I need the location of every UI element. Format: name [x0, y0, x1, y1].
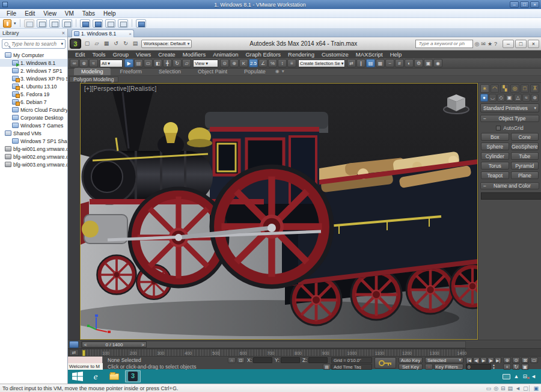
vm-tree-item[interactable]: Windows 7 Games	[0, 121, 67, 129]
zoom-icon[interactable]: ⊕	[503, 357, 511, 363]
max-menu-item[interactable]: Graph Editors	[242, 51, 284, 58]
primitive-category-dropdown[interactable]: Standard Primitives ▾	[480, 103, 539, 112]
select-and-rotate-icon[interactable]: ↻	[173, 59, 182, 67]
max-menu-item[interactable]: Edit	[72, 51, 88, 58]
select-object-icon[interactable]: ▶	[124, 59, 133, 67]
zoom-all-icon[interactable]: ⊙	[512, 357, 520, 363]
time-slider-track[interactable]: < 0 / 1400 >	[81, 341, 466, 348]
primitive-button[interactable]: Torus	[481, 162, 509, 170]
start-button[interactable]	[70, 370, 85, 382]
motion-tab-icon[interactable]: ◎	[510, 84, 519, 93]
vm-tab-close-icon[interactable]: ×	[127, 31, 132, 37]
display-tab-icon[interactable]: □	[521, 84, 530, 93]
set-key-button[interactable]: Set Key	[399, 364, 423, 370]
library-close-icon[interactable]: ×	[62, 30, 65, 36]
create-tab-icon[interactable]: ∗	[480, 84, 489, 93]
vm-tree-item[interactable]: 6. Debian 7	[0, 98, 67, 106]
modify-tab-icon[interactable]: ◠	[491, 84, 500, 93]
primitive-button[interactable]: Teapot	[481, 171, 509, 179]
help-icon[interactable]: ?	[494, 41, 497, 47]
systems-icon[interactable]: ⊛	[531, 94, 539, 102]
primitive-button[interactable]: Cone	[511, 133, 539, 141]
utilities-tab-icon[interactable]: ⊼	[530, 84, 539, 93]
go-to-start-button[interactable]: |◀	[466, 357, 472, 363]
maxscript-listener[interactable]: Welcome to M	[68, 363, 103, 370]
mini-curve-editor-button[interactable]: ⇄	[69, 349, 79, 356]
vm-tree-item[interactable]: 1. Windows 8.1	[0, 59, 67, 67]
viewcube[interactable]	[441, 91, 471, 116]
show-console-button[interactable]	[136, 19, 146, 28]
geometry-icon[interactable]: ●	[480, 94, 488, 102]
keyboard-override-icon[interactable]: K	[239, 59, 248, 67]
ribbon-toggle-icon[interactable]: ▦	[376, 59, 385, 67]
max-application-button[interactable]: 3	[70, 38, 81, 49]
save-file-icon[interactable]: ▦	[102, 40, 111, 47]
previous-frame-button[interactable]: ◀|	[473, 357, 480, 363]
library-search[interactable]: ▾	[2, 39, 66, 49]
primitive-button[interactable]: Pyramid	[511, 162, 539, 170]
window-crossing-icon[interactable]: ◧	[153, 59, 162, 67]
display-icon[interactable]: ▢	[523, 385, 528, 391]
infocenter-search-input[interactable]	[418, 40, 466, 47]
vm-tree-item[interactable]: Corporate Desktop	[0, 114, 67, 121]
infocenter-search-icon[interactable]: ◎	[475, 41, 480, 47]
x-coordinate-field[interactable]	[253, 357, 272, 363]
ribbon-tab[interactable]: Object Paint	[191, 68, 234, 75]
vm-tree-item[interactable]: bfg-wi002.eng.vmware.com	[0, 153, 67, 161]
max-close-button[interactable]: ×	[528, 40, 539, 48]
set-keys-button[interactable]	[374, 357, 396, 369]
orbit-icon[interactable]: ↻	[512, 364, 520, 370]
selection-set-name-dropdown[interactable]: Selected ▾	[425, 357, 463, 363]
vm-tree-item[interactable]: bfg-wi003.eng.vmware.com	[0, 161, 67, 168]
selection-lock-icon[interactable]: ∩	[228, 357, 236, 363]
next-frame-button[interactable]: |▶	[488, 357, 494, 363]
redo-icon[interactable]: ↻	[121, 40, 130, 47]
object-name-field[interactable]	[481, 192, 541, 200]
next-frame-arrow[interactable]: >	[141, 342, 144, 348]
helpers-icon[interactable]: △	[514, 94, 522, 102]
power-dropdown-icon[interactable]: ▾	[14, 21, 16, 26]
vm-tree-item[interactable]: 4. Ubuntu 13.10	[0, 82, 67, 90]
select-and-scale-icon[interactable]: ▱	[182, 59, 191, 67]
network-status-icon[interactable]: ⊟×	[523, 373, 528, 379]
communication-center-icon[interactable]: ✉	[481, 41, 486, 47]
max-menu-item[interactable]: Animation	[209, 51, 242, 58]
taskbar-explorer-icon[interactable]	[106, 370, 122, 382]
shapes-icon[interactable]: ◡	[489, 94, 497, 102]
zoom-region-icon[interactable]: ▭	[530, 357, 538, 363]
auto-key-button[interactable]: Auto Key	[399, 357, 423, 363]
sound-icon[interactable]: ◄	[515, 385, 521, 391]
vm-tree-item[interactable]: 5. Fedora 19	[0, 90, 67, 98]
ribbon-config-icon[interactable]: ◉	[275, 68, 280, 75]
max-menu-item[interactable]: Rendering	[284, 51, 318, 58]
console-view-button[interactable]	[93, 19, 103, 28]
use-pivot-center-icon[interactable]: ⊙	[220, 59, 229, 67]
harddisk-icon[interactable]: ▭	[486, 385, 492, 391]
vm-tree-item[interactable]: Shared VMs	[0, 129, 67, 137]
spacewarps-icon[interactable]: ≈	[522, 94, 530, 102]
vm-tree-item[interactable]: Micro Cloud Foundry	[0, 106, 67, 114]
vm-tree-item[interactable]: Windows 7 SP1 Shared	[0, 137, 67, 145]
cameras-icon[interactable]: ▣	[506, 94, 513, 102]
snapshot-revert-button[interactable]	[49, 19, 60, 28]
polygon-modeling-panel[interactable]: Polygon Modeling	[69, 76, 118, 82]
unlink-selection-icon[interactable]: ⊗	[79, 59, 88, 67]
perspective-viewport[interactable]: [+][Perspective][Realistic]	[80, 83, 478, 340]
minimize-button[interactable]: –	[510, 1, 519, 8]
lights-icon[interactable]: ◇	[497, 94, 505, 102]
close-button[interactable]: ×	[530, 1, 539, 8]
select-by-name-icon[interactable]: ▤	[134, 59, 143, 67]
max-menu-item[interactable]: Tools	[88, 51, 109, 58]
ribbon-config-dropdown-icon[interactable]: ▾	[282, 68, 284, 75]
primitive-button[interactable]: Cylinder	[481, 152, 509, 160]
cdrom-icon[interactable]: ◎	[494, 385, 498, 391]
mirror-icon[interactable]: ⇄	[347, 59, 356, 67]
vm-tab[interactable]: 1. Windows 8.1 ×	[72, 29, 134, 37]
reference-coordinate-dropdown[interactable]: View ▾	[193, 60, 218, 67]
select-and-move-icon[interactable]: ╋	[163, 59, 172, 67]
schematic-view-icon[interactable]: #	[395, 59, 404, 67]
absolute-mode-icon[interactable]: ⊡	[237, 357, 245, 363]
max-menu-item[interactable]: MAXScript	[352, 51, 387, 58]
project-folder-icon[interactable]: ▤	[131, 40, 139, 47]
select-and-manipulate-icon[interactable]: ⊕	[230, 59, 239, 67]
